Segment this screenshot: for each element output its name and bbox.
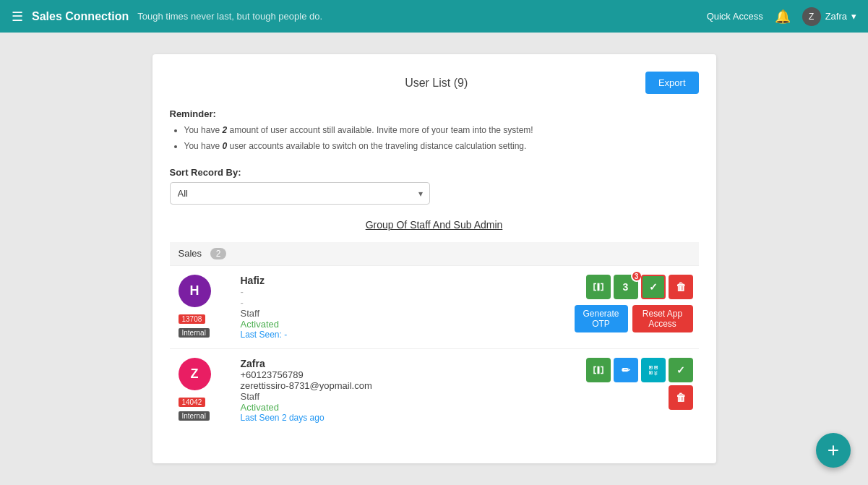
delete-button[interactable]: 🗑	[669, 275, 693, 299]
user-table: Sales 2 H 13708 Internal Hafiz	[170, 242, 699, 432]
user-last-seen: Last Seen 2 days ago	[241, 413, 563, 423]
user-name-label: Zafra	[825, 11, 847, 22]
user-status: Activated	[241, 402, 563, 413]
number-label: 3	[623, 281, 629, 293]
user-name: Zafra	[241, 358, 563, 369]
brand-name: Sales Connection	[32, 10, 129, 23]
sort-section: Sort Record By: All Active Inactive ▾	[170, 167, 699, 205]
export-button[interactable]: Export	[645, 72, 699, 94]
avatar: H	[179, 275, 211, 307]
check-button[interactable]: ✓	[641, 275, 666, 299]
user-phone: +60123756789	[241, 369, 563, 380]
table-row: Z 14042 Internal Zafra +60123756789 zere…	[170, 349, 699, 432]
delete-button[interactable]: 🗑	[669, 385, 693, 410]
reminder-list: You have 2 amount of user account still …	[170, 124, 699, 153]
avatar: Z	[802, 7, 821, 26]
user-status: Activated	[241, 319, 563, 330]
edit-button[interactable]: ✏	[614, 358, 638, 382]
user-name: Hafiz	[241, 275, 563, 286]
sort-select[interactable]: All Active Inactive	[170, 182, 430, 205]
reset-app-access-button[interactable]: Reset App Access	[632, 305, 693, 332]
user-phone: -	[241, 286, 563, 297]
user-role: Staff	[241, 391, 563, 402]
avatar: Z	[179, 358, 211, 390]
card-title: User List (9)	[228, 77, 645, 90]
fab-add-button[interactable]: +	[816, 433, 851, 468]
sales-tab-label: Sales	[179, 248, 202, 259]
user-list-card: User List (9) Export Reminder: You have …	[152, 54, 716, 463]
check-button[interactable]: ✓	[669, 358, 693, 382]
sub-action-buttons: Generate OTP Reset App Access	[575, 305, 693, 332]
numbered-button[interactable]: 3 3	[614, 275, 638, 299]
table-row: H 13708 Internal Hafiz - - Staff Activat…	[170, 266, 699, 349]
top-navigation: ☰ Sales Connection Tough times never las…	[0, 0, 868, 33]
door-button[interactable]	[586, 358, 611, 382]
action-buttons: 3 3 ✓ 🗑	[575, 275, 693, 299]
chevron-down-icon: ▾	[851, 11, 856, 22]
bell-icon[interactable]: 🔔	[775, 9, 791, 25]
user-id-badge: 13708	[179, 312, 226, 325]
group-title: Group Of Staff And Sub Admin	[170, 219, 699, 231]
user-role: Staff	[241, 308, 563, 319]
reminder-title: Reminder:	[170, 108, 699, 119]
user-email: -	[241, 297, 563, 308]
reminder-item-1: You have 2 amount of user account still …	[184, 124, 699, 137]
action-buttons: ✏ ✓ 🗑	[575, 358, 693, 410]
qr-button[interactable]	[641, 358, 666, 382]
reminder-item-2: You have 0 user accounts available to sw…	[184, 140, 699, 153]
main-content: User List (9) Export Reminder: You have …	[0, 33, 868, 485]
quick-access-link[interactable]: Quick Access	[707, 11, 763, 22]
reminder-section: Reminder: You have 2 amount of user acco…	[170, 108, 699, 153]
sales-count-badge: 2	[210, 248, 227, 259]
sort-select-wrapper: All Active Inactive ▾	[170, 182, 430, 205]
generate-otp-button[interactable]: Generate OTP	[575, 305, 628, 332]
internal-badge: Internal	[179, 328, 210, 338]
user-id-badge: 14042	[179, 395, 226, 408]
hamburger-menu-icon[interactable]: ☰	[12, 9, 23, 25]
door-button[interactable]	[586, 275, 611, 299]
tagline: Tough times never last, but tough people…	[137, 11, 322, 22]
sort-label: Sort Record By:	[170, 167, 699, 178]
card-header: User List (9) Export	[170, 72, 699, 94]
user-email: zerettissiro-8731@yopmail.com	[241, 380, 563, 391]
user-menu[interactable]: Z Zafra ▾	[802, 7, 856, 26]
internal-badge: Internal	[179, 411, 210, 421]
sales-group-header: Sales 2	[170, 242, 699, 266]
user-last-seen: Last Seen: -	[241, 330, 563, 340]
